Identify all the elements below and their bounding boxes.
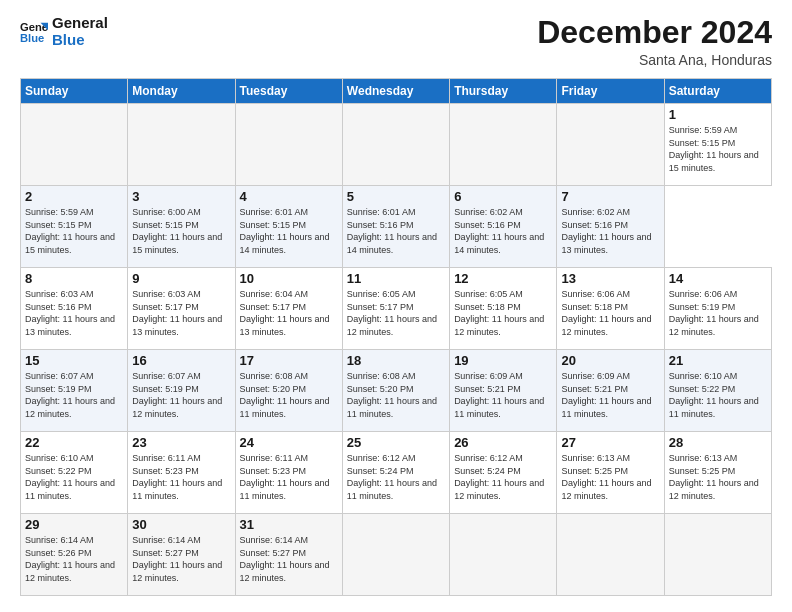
calendar-week-row: 22 Sunrise: 6:10 AM Sunset: 5:22 PM Dayl… — [21, 432, 772, 514]
day-number: 3 — [132, 189, 230, 204]
day-info: Sunrise: 6:09 AM Sunset: 5:21 PM Dayligh… — [561, 370, 659, 420]
calendar-cell: 14 Sunrise: 6:06 AM Sunset: 5:19 PM Dayl… — [664, 268, 771, 350]
day-number: 16 — [132, 353, 230, 368]
calendar-cell — [664, 514, 771, 596]
day-number: 25 — [347, 435, 445, 450]
calendar-cell: 1 Sunrise: 5:59 AM Sunset: 5:15 PM Dayli… — [664, 104, 771, 186]
day-number: 19 — [454, 353, 552, 368]
calendar-cell: 9 Sunrise: 6:03 AM Sunset: 5:17 PM Dayli… — [128, 268, 235, 350]
calendar-cell — [557, 104, 664, 186]
calendar-cell: 4 Sunrise: 6:01 AM Sunset: 5:15 PM Dayli… — [235, 186, 342, 268]
day-number: 27 — [561, 435, 659, 450]
day-info: Sunrise: 6:07 AM Sunset: 5:19 PM Dayligh… — [25, 370, 123, 420]
day-info: Sunrise: 5:59 AM Sunset: 5:15 PM Dayligh… — [25, 206, 123, 256]
day-number: 14 — [669, 271, 767, 286]
calendar-week-row: 8 Sunrise: 6:03 AM Sunset: 5:16 PM Dayli… — [21, 268, 772, 350]
day-info: Sunrise: 6:13 AM Sunset: 5:25 PM Dayligh… — [669, 452, 767, 502]
calendar-cell — [235, 104, 342, 186]
calendar-cell — [450, 104, 557, 186]
day-info: Sunrise: 6:10 AM Sunset: 5:22 PM Dayligh… — [25, 452, 123, 502]
day-info: Sunrise: 6:09 AM Sunset: 5:21 PM Dayligh… — [454, 370, 552, 420]
calendar-week-row: 2 Sunrise: 5:59 AM Sunset: 5:15 PM Dayli… — [21, 186, 772, 268]
calendar-header-monday: Monday — [128, 79, 235, 104]
calendar-cell: 11 Sunrise: 6:05 AM Sunset: 5:17 PM Dayl… — [342, 268, 449, 350]
day-number: 13 — [561, 271, 659, 286]
logo-blue: Blue — [52, 32, 108, 49]
calendar-week-row: 1 Sunrise: 5:59 AM Sunset: 5:15 PM Dayli… — [21, 104, 772, 186]
calendar-cell: 6 Sunrise: 6:02 AM Sunset: 5:16 PM Dayli… — [450, 186, 557, 268]
calendar-cell: 18 Sunrise: 6:08 AM Sunset: 5:20 PM Dayl… — [342, 350, 449, 432]
calendar-cell: 15 Sunrise: 6:07 AM Sunset: 5:19 PM Dayl… — [21, 350, 128, 432]
day-info: Sunrise: 6:03 AM Sunset: 5:17 PM Dayligh… — [132, 288, 230, 338]
day-info: Sunrise: 6:13 AM Sunset: 5:25 PM Dayligh… — [561, 452, 659, 502]
calendar-header-row: SundayMondayTuesdayWednesdayThursdayFrid… — [21, 79, 772, 104]
day-number: 11 — [347, 271, 445, 286]
day-number: 23 — [132, 435, 230, 450]
calendar-week-row: 29 Sunrise: 6:14 AM Sunset: 5:26 PM Dayl… — [21, 514, 772, 596]
day-number: 1 — [669, 107, 767, 122]
location: Santa Ana, Honduras — [537, 52, 772, 68]
day-info: Sunrise: 6:12 AM Sunset: 5:24 PM Dayligh… — [454, 452, 552, 502]
calendar-cell: 25 Sunrise: 6:12 AM Sunset: 5:24 PM Dayl… — [342, 432, 449, 514]
day-info: Sunrise: 6:03 AM Sunset: 5:16 PM Dayligh… — [25, 288, 123, 338]
day-number: 18 — [347, 353, 445, 368]
day-number: 28 — [669, 435, 767, 450]
day-info: Sunrise: 6:14 AM Sunset: 5:26 PM Dayligh… — [25, 534, 123, 584]
calendar-cell: 26 Sunrise: 6:12 AM Sunset: 5:24 PM Dayl… — [450, 432, 557, 514]
day-info: Sunrise: 6:01 AM Sunset: 5:15 PM Dayligh… — [240, 206, 338, 256]
calendar-cell: 19 Sunrise: 6:09 AM Sunset: 5:21 PM Dayl… — [450, 350, 557, 432]
calendar-cell — [450, 514, 557, 596]
calendar-cell: 23 Sunrise: 6:11 AM Sunset: 5:23 PM Dayl… — [128, 432, 235, 514]
calendar-cell: 12 Sunrise: 6:05 AM Sunset: 5:18 PM Dayl… — [450, 268, 557, 350]
day-info: Sunrise: 6:12 AM Sunset: 5:24 PM Dayligh… — [347, 452, 445, 502]
day-number: 21 — [669, 353, 767, 368]
day-number: 4 — [240, 189, 338, 204]
calendar-cell: 16 Sunrise: 6:07 AM Sunset: 5:19 PM Dayl… — [128, 350, 235, 432]
calendar-week-row: 15 Sunrise: 6:07 AM Sunset: 5:19 PM Dayl… — [21, 350, 772, 432]
calendar-cell: 24 Sunrise: 6:11 AM Sunset: 5:23 PM Dayl… — [235, 432, 342, 514]
header: General Blue General Blue December 2024 … — [20, 15, 772, 68]
calendar-cell — [557, 514, 664, 596]
calendar-cell — [342, 104, 449, 186]
day-number: 7 — [561, 189, 659, 204]
day-number: 22 — [25, 435, 123, 450]
day-info: Sunrise: 6:14 AM Sunset: 5:27 PM Dayligh… — [132, 534, 230, 584]
day-number: 29 — [25, 517, 123, 532]
day-info: Sunrise: 6:14 AM Sunset: 5:27 PM Dayligh… — [240, 534, 338, 584]
day-info: Sunrise: 6:01 AM Sunset: 5:16 PM Dayligh… — [347, 206, 445, 256]
day-number: 6 — [454, 189, 552, 204]
day-number: 12 — [454, 271, 552, 286]
day-number: 20 — [561, 353, 659, 368]
calendar-cell: 5 Sunrise: 6:01 AM Sunset: 5:16 PM Dayli… — [342, 186, 449, 268]
day-number: 10 — [240, 271, 338, 286]
calendar-header-friday: Friday — [557, 79, 664, 104]
logo-icon: General Blue — [20, 18, 48, 46]
day-info: Sunrise: 6:11 AM Sunset: 5:23 PM Dayligh… — [240, 452, 338, 502]
calendar-cell: 21 Sunrise: 6:10 AM Sunset: 5:22 PM Dayl… — [664, 350, 771, 432]
calendar-cell: 10 Sunrise: 6:04 AM Sunset: 5:17 PM Dayl… — [235, 268, 342, 350]
day-number: 24 — [240, 435, 338, 450]
month-title: December 2024 — [537, 15, 772, 50]
calendar-cell — [128, 104, 235, 186]
calendar-cell: 2 Sunrise: 5:59 AM Sunset: 5:15 PM Dayli… — [21, 186, 128, 268]
calendar-cell: 22 Sunrise: 6:10 AM Sunset: 5:22 PM Dayl… — [21, 432, 128, 514]
calendar-cell: 27 Sunrise: 6:13 AM Sunset: 5:25 PM Dayl… — [557, 432, 664, 514]
calendar-cell: 31 Sunrise: 6:14 AM Sunset: 5:27 PM Dayl… — [235, 514, 342, 596]
calendar-cell — [21, 104, 128, 186]
day-info: Sunrise: 6:06 AM Sunset: 5:19 PM Dayligh… — [669, 288, 767, 338]
title-block: December 2024 Santa Ana, Honduras — [537, 15, 772, 68]
calendar-header-saturday: Saturday — [664, 79, 771, 104]
day-info: Sunrise: 6:02 AM Sunset: 5:16 PM Dayligh… — [561, 206, 659, 256]
day-info: Sunrise: 6:07 AM Sunset: 5:19 PM Dayligh… — [132, 370, 230, 420]
calendar-cell: 8 Sunrise: 6:03 AM Sunset: 5:16 PM Dayli… — [21, 268, 128, 350]
calendar-header-wednesday: Wednesday — [342, 79, 449, 104]
day-info: Sunrise: 6:10 AM Sunset: 5:22 PM Dayligh… — [669, 370, 767, 420]
calendar-cell: 29 Sunrise: 6:14 AM Sunset: 5:26 PM Dayl… — [21, 514, 128, 596]
day-number: 17 — [240, 353, 338, 368]
calendar-cell: 13 Sunrise: 6:06 AM Sunset: 5:18 PM Dayl… — [557, 268, 664, 350]
calendar-cell: 7 Sunrise: 6:02 AM Sunset: 5:16 PM Dayli… — [557, 186, 664, 268]
day-number: 8 — [25, 271, 123, 286]
day-info: Sunrise: 6:05 AM Sunset: 5:18 PM Dayligh… — [454, 288, 552, 338]
day-info: Sunrise: 6:11 AM Sunset: 5:23 PM Dayligh… — [132, 452, 230, 502]
day-number: 9 — [132, 271, 230, 286]
